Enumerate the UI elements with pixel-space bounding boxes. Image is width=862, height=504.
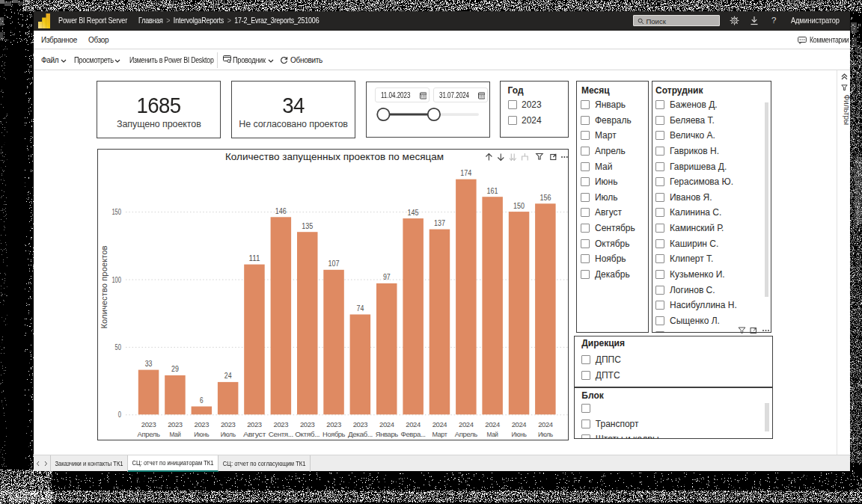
- svg-text:2023: 2023: [141, 420, 156, 428]
- svg-text:146: 146: [275, 207, 287, 215]
- svg-text:Декаб...: Декаб...: [348, 430, 373, 438]
- svg-text:Количество запущенных проектов: Количество запущенных проектов по месяца…: [225, 151, 444, 162]
- svg-text:150: 150: [111, 208, 121, 216]
- svg-text:2023: 2023: [353, 420, 368, 428]
- svg-text:2023: 2023: [221, 420, 236, 428]
- svg-text:2024: 2024: [485, 420, 500, 428]
- svg-text:2024: 2024: [512, 420, 527, 428]
- svg-text:107: 107: [328, 259, 340, 268]
- svg-text:2023: 2023: [195, 420, 210, 428]
- svg-text:145: 145: [408, 209, 419, 217]
- svg-text:29: 29: [171, 365, 179, 373]
- svg-text:111: 111: [249, 254, 260, 262]
- svg-text:135: 135: [302, 222, 313, 230]
- svg-text:2024: 2024: [406, 420, 421, 428]
- svg-text:Январь: Январь: [376, 430, 398, 438]
- svg-text:2023: 2023: [168, 420, 183, 428]
- svg-text:50: 50: [115, 343, 122, 351]
- svg-text:2023: 2023: [274, 420, 289, 428]
- svg-text:2024: 2024: [459, 420, 474, 428]
- svg-text:Ноябрь: Ноябрь: [323, 430, 345, 438]
- svg-text:Июль: Июль: [538, 430, 553, 438]
- svg-text:Март: Март: [432, 430, 448, 438]
- svg-text:161: 161: [487, 187, 498, 195]
- svg-text:Август: Август: [243, 430, 266, 438]
- svg-text:100: 100: [111, 276, 121, 284]
- svg-text:97: 97: [383, 273, 391, 281]
- svg-text:2024: 2024: [538, 420, 553, 428]
- svg-text:Июнь: Июнь: [512, 430, 527, 438]
- svg-text:2024: 2024: [379, 420, 394, 428]
- svg-text:0: 0: [118, 411, 121, 419]
- svg-text:2023: 2023: [247, 420, 262, 428]
- svg-text:Февра...: Февра...: [401, 430, 426, 438]
- svg-text:Количество проектов: Количество проектов: [100, 245, 108, 328]
- svg-text:Апрель: Апрель: [455, 430, 477, 438]
- svg-text:Октяб...: Октяб...: [295, 430, 320, 438]
- svg-text:Июнь: Июнь: [194, 430, 209, 438]
- svg-text:Май: Май: [487, 430, 498, 438]
- svg-text:156: 156: [539, 194, 551, 202]
- svg-text:Апрель: Апрель: [138, 430, 160, 438]
- svg-text:Июль: Июль: [221, 430, 236, 438]
- svg-text:24: 24: [224, 372, 232, 380]
- svg-text:Май: Май: [169, 430, 180, 438]
- svg-text:2023: 2023: [326, 420, 341, 428]
- svg-text:137: 137: [434, 219, 445, 227]
- svg-text:2024: 2024: [432, 420, 447, 428]
- svg-text:74: 74: [357, 304, 364, 313]
- svg-text:174: 174: [460, 169, 471, 177]
- svg-text:150: 150: [513, 202, 525, 210]
- svg-text:2023: 2023: [300, 420, 315, 428]
- svg-text:Сентя...: Сентя...: [269, 430, 293, 438]
- svg-text:6: 6: [200, 396, 204, 405]
- svg-text:33: 33: [145, 360, 153, 368]
